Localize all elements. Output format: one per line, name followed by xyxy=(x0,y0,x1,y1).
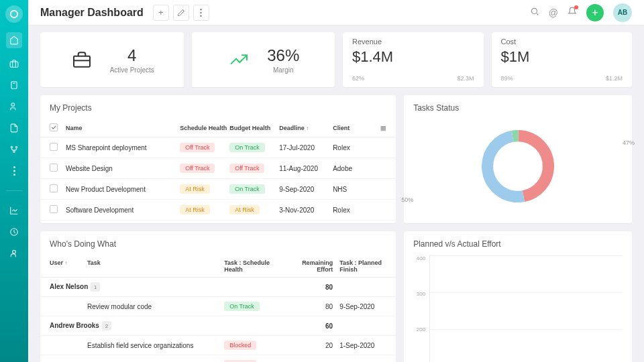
cell-name: New Product Development xyxy=(66,186,180,193)
cell-deadline: 17-Jul-2020 xyxy=(279,144,333,152)
col-schedule[interactable]: Schedule Health xyxy=(180,125,229,131)
section-title: Who's Doing What xyxy=(40,239,396,255)
nav-chart-icon[interactable] xyxy=(8,204,20,217)
cell-finish: 1-Sep-2020 xyxy=(339,342,386,349)
nav-users-icon[interactable] xyxy=(8,101,20,113)
edit-page-button[interactable] xyxy=(173,5,189,21)
table-row[interactable]: MS Sharepoint deployment Off Track On Tr… xyxy=(40,137,396,158)
svg-point-0 xyxy=(11,11,18,18)
col-name[interactable]: Name xyxy=(66,125,180,131)
donut-label-a: 50% xyxy=(401,196,413,203)
cell-deadline: 11-Aug-2020 xyxy=(279,165,333,172)
task-row[interactable]: Review modular codeOn Track809-Sep-2020 xyxy=(40,297,396,316)
section-title: My Projects xyxy=(40,103,396,119)
table-header: User ↑ Task Task : Schedule Health Remai… xyxy=(40,255,396,278)
group-total: 80 xyxy=(287,284,339,291)
nav-user-icon[interactable] xyxy=(8,247,20,259)
schedule-pill: Off Track xyxy=(180,143,215,152)
col-client[interactable]: Client xyxy=(333,125,373,131)
schedule-pill: On Track xyxy=(224,302,260,311)
kpi-pct: 89% xyxy=(501,75,513,82)
svg-point-7 xyxy=(13,166,15,168)
bell-icon[interactable] xyxy=(568,7,577,18)
col-planned-finish[interactable]: Task : Planned Finish xyxy=(339,259,386,273)
tasks-status-card: Tasks Status 50% 47% xyxy=(404,95,632,223)
cell-task: Review modular code xyxy=(87,303,224,310)
user-name: Alex Nelson1 xyxy=(50,282,224,292)
table-row[interactable]: Software Development At Risk At Risk 3-N… xyxy=(40,200,396,221)
svg-point-13 xyxy=(201,11,203,13)
table-header: Name Schedule Health Budget Health Deadl… xyxy=(40,119,396,137)
row-checkbox[interactable] xyxy=(50,184,58,192)
budget-pill: Off Track xyxy=(229,164,264,173)
nav-clock-icon[interactable] xyxy=(8,226,20,238)
svg-rect-16 xyxy=(74,56,90,67)
row-checkbox[interactable] xyxy=(50,143,58,151)
schedule-pill: At Risk xyxy=(180,184,210,194)
user-group-row[interactable]: Andrew Brooks260 xyxy=(40,316,396,336)
cell-name: MS Sharepoint deployment xyxy=(66,144,180,152)
col-user[interactable]: User ↑ xyxy=(50,259,87,273)
svg-rect-2 xyxy=(11,82,17,89)
cell-client: Rolex xyxy=(333,206,373,214)
budget-pill: On Track xyxy=(229,143,265,152)
select-all-checkbox[interactable] xyxy=(50,123,58,131)
svg-rect-1 xyxy=(10,62,18,67)
global-add-button[interactable]: + xyxy=(586,4,604,21)
svg-point-4 xyxy=(11,146,12,147)
svg-point-8 xyxy=(13,170,15,172)
kpi-label: Revenue xyxy=(352,38,474,46)
nav-branch-icon[interactable] xyxy=(8,143,20,156)
svg-point-11 xyxy=(13,250,16,253)
add-page-button[interactable]: + xyxy=(153,5,169,21)
kpi-margin: 36%Margin xyxy=(192,32,335,87)
nav-dashboard-icon[interactable] xyxy=(6,32,22,48)
planned-vs-actual-card: Planned v/s Actual Effort 4003002001000 … xyxy=(404,231,632,362)
cell-remaining: 20 xyxy=(287,342,339,349)
more-page-button[interactable] xyxy=(193,5,209,21)
kpi-label: Cost xyxy=(501,38,623,46)
cell-deadline: 3-Nov-2020 xyxy=(279,206,333,214)
app-logo[interactable] xyxy=(5,5,23,23)
section-title: Tasks Status xyxy=(413,103,623,117)
kpi-cost: Cost $1M 89%$1.2M xyxy=(492,32,633,87)
svg-point-6 xyxy=(13,151,15,152)
task-row[interactable]: Establish field service organizationsBlo… xyxy=(40,336,396,355)
kpi-value: $1.4M xyxy=(352,48,474,66)
donut-label-b: 47% xyxy=(623,139,635,146)
svg-point-15 xyxy=(531,8,537,13)
trend-icon xyxy=(227,48,251,72)
col-task[interactable]: Task xyxy=(87,259,224,273)
svg-point-19 xyxy=(488,135,549,196)
cell-client: Adobe xyxy=(333,165,373,172)
kpi-value: 4 xyxy=(127,46,136,65)
task-row[interactable]: Ensure required material is in stockBloc… xyxy=(40,355,396,362)
table-row[interactable]: Website Design Off Track Off Track 11-Au… xyxy=(40,158,396,179)
nav-file-icon[interactable] xyxy=(8,122,20,134)
col-deadline[interactable]: Deadline ↑ xyxy=(279,125,333,131)
search-icon[interactable] xyxy=(530,7,539,18)
calendar-icon[interactable]: ▦ xyxy=(373,125,386,131)
group-total: 60 xyxy=(287,322,339,330)
col-budget[interactable]: Budget Health xyxy=(229,125,279,131)
kpi-revenue: Revenue $1.4M 62%$2.3M xyxy=(343,32,484,87)
cell-client: Rolex xyxy=(333,144,373,152)
col-task-schedule[interactable]: Task : Schedule Health xyxy=(224,259,287,273)
cell-name: Software Development xyxy=(66,206,180,214)
budget-pill: At Risk xyxy=(229,205,260,215)
user-group-row[interactable]: Alex Nelson180 xyxy=(40,278,396,297)
sidebar xyxy=(0,0,28,362)
cell-task: Establish field service organizations xyxy=(87,342,224,349)
row-checkbox[interactable] xyxy=(50,205,58,213)
schedule-pill: Off Track xyxy=(180,164,215,173)
cell-remaining: 80 xyxy=(287,303,339,310)
nav-clipboard-icon[interactable] xyxy=(8,79,20,91)
nav-briefcase-icon[interactable] xyxy=(8,58,20,70)
mention-icon[interactable]: @ xyxy=(549,7,558,18)
nav-more-icon[interactable] xyxy=(8,165,20,177)
avatar[interactable]: AB xyxy=(613,3,632,22)
col-remaining[interactable]: Remaining Effort xyxy=(287,259,339,273)
table-row[interactable]: New Product Development At Risk On Track… xyxy=(40,179,396,200)
row-checkbox[interactable] xyxy=(50,164,58,172)
page-title: Manager Dashboard xyxy=(40,7,144,19)
